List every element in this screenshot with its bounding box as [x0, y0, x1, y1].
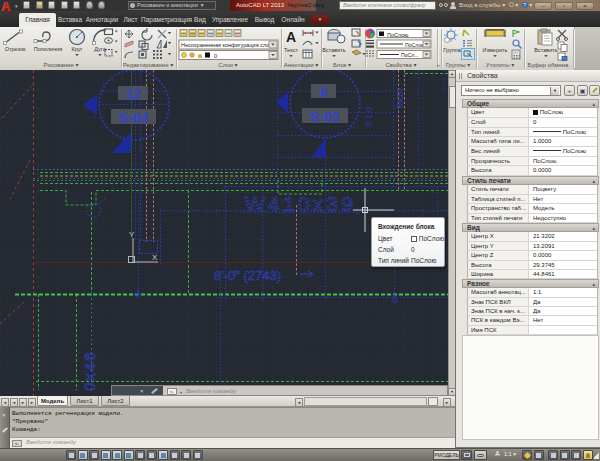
svg-text:Группа: Группа — [443, 47, 461, 53]
svg-text:Вставить: Вставить — [322, 47, 345, 53]
svg-text:Несохраненная конфигурация сло: Несохраненная конфигурация сло — [181, 42, 269, 48]
svg-text:W410x39: W410x39 — [245, 192, 356, 215]
svg-text:Вставить: Вставить — [534, 47, 557, 53]
svg-text:S-03: S-03 — [310, 109, 340, 125]
svg-text:X: X — [152, 253, 158, 262]
svg-text:Y: Y — [129, 230, 135, 239]
svg-text:12: 12 — [125, 86, 141, 102]
svg-text:»: » — [437, 62, 440, 68]
svg-text:Утилиты ▾: Утилиты ▾ — [486, 62, 515, 68]
svg-text:0: 0 — [214, 53, 217, 59]
svg-text:Свойства ▾: Свойства ▾ — [385, 62, 416, 68]
svg-text:Полилиния: Полилиния — [34, 46, 63, 52]
svg-text:Группы ▾: Группы ▾ — [446, 62, 471, 68]
svg-text:Буфер обмена: Буфер обмена — [528, 62, 569, 68]
svg-text:A: A — [286, 29, 296, 45]
svg-text:0x46: 0x46 — [81, 350, 98, 391]
svg-text:S-04: S-04 — [119, 110, 149, 126]
svg-text:Блок ▾: Блок ▾ — [333, 62, 351, 68]
svg-text:8'-0" (2743): 8'-0" (2743) — [214, 268, 281, 283]
svg-text:Текст: Текст — [284, 47, 298, 53]
svg-text:Аннотации ▾: Аннотации ▾ — [284, 62, 319, 68]
svg-text:Измерить: Измерить — [483, 47, 508, 53]
svg-text:ПоСлою: ПоСлою — [387, 32, 408, 38]
svg-text:Редактирование ▾: Редактирование ▾ — [123, 62, 173, 68]
svg-text:6: 6 — [320, 84, 328, 100]
svg-text:6x10: 6x10 — [395, 88, 405, 108]
svg-text:810: 810 — [364, 105, 374, 126]
svg-text:Рисование ▾: Рисование ▾ — [44, 62, 79, 68]
svg-text:Круг: Круг — [72, 46, 83, 52]
svg-text:Слои ▾: Слои ▾ — [218, 62, 237, 68]
svg-text:ПоСл...: ПоСл... — [401, 52, 419, 58]
svg-text:Отрезок: Отрезок — [5, 46, 26, 52]
svg-text:ПоСлою: ПоСлою — [405, 42, 425, 48]
